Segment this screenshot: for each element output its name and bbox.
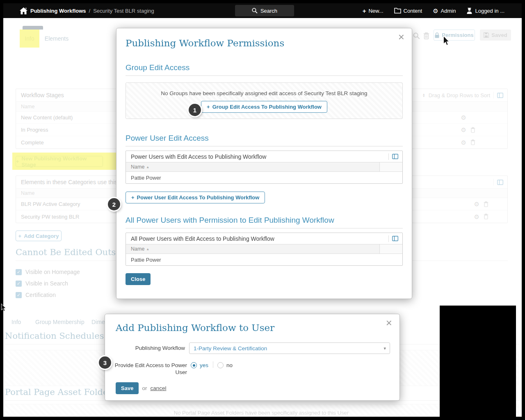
mouse-cursor-secondary <box>1 304 6 312</box>
checkbox-label: Visible in Search <box>25 280 68 287</box>
divider <box>388 235 389 242</box>
power-users-table-header: Power Users with Edit Access to Publishi… <box>126 151 402 162</box>
search-button[interactable]: Search <box>235 5 294 16</box>
page-trash-icon[interactable] <box>423 32 429 39</box>
breadcrumb-workflows[interactable]: Publishing Workflows <box>30 8 86 14</box>
row-gear-icon[interactable]: ⚙ <box>461 127 466 133</box>
saved-label: Saved <box>491 32 507 38</box>
search-icon <box>252 8 258 14</box>
name-column-header[interactable]: Name ▲ <box>126 244 402 254</box>
tab-user-info[interactable]: Info <box>11 315 21 329</box>
step-badge-1: 1 <box>189 104 201 116</box>
drag-sort-icon: ▲▼ <box>422 93 425 97</box>
or-text: or <box>142 385 147 391</box>
workflow-stages-title: Workflow Stages <box>21 92 64 98</box>
add-group-edit-access-button[interactable]: + Group Edit Access To Publishing Workfl… <box>201 101 327 113</box>
step-badge-2: 2 <box>108 198 120 210</box>
plus-icon: + <box>18 233 22 239</box>
workflow-select[interactable]: 1-Party Review & Certification ▾ <box>189 342 390 354</box>
columns-icon[interactable] <box>392 236 398 241</box>
row-gear-icon[interactable]: ⚙ <box>474 214 479 220</box>
workflow-field-label: Publishing Workflow <box>111 345 185 351</box>
sort-asc-icon: ▲ <box>146 165 149 169</box>
access-field-label: Provide Edit Access to Power User <box>113 362 187 376</box>
portal-empty-text: No Portal Page Asset Folders have been s… <box>174 410 349 417</box>
close-icon[interactable]: × <box>398 32 404 42</box>
all-power-users-table: All Power Users with Edit Access to Publ… <box>126 233 403 266</box>
tab-group-membership[interactable]: Group Membership <box>35 315 84 329</box>
close-button[interactable]: Close <box>126 273 151 285</box>
breadcrumb: Publishing Workflows / Security Test BLR… <box>20 3 154 18</box>
highlight-info-tab <box>20 30 39 48</box>
drag-hint-label: Drag & Drop Rows to Sort <box>429 92 490 98</box>
group-edit-access-heading: Group Edit Access <box>126 63 403 76</box>
row-gear-icon[interactable]: ⚙ <box>461 139 466 146</box>
save-floppy-icon <box>484 32 489 38</box>
new-menu-item[interactable]: + New... <box>363 7 383 14</box>
close-icon[interactable]: × <box>386 317 392 328</box>
add-power-user-edit-access-button[interactable]: + Power User Edit Access To Publishing W… <box>126 192 265 203</box>
active-tab-top-strip <box>23 26 43 30</box>
mouse-cursor <box>443 36 450 46</box>
checkbox-row: ✓ Visible on Homepage <box>16 269 80 275</box>
radio-yes[interactable] <box>191 362 197 368</box>
save-button[interactable]: Save <box>116 382 139 394</box>
add-workflow-modal: × Add Publishing Workflow to User Publis… <box>105 314 400 401</box>
columns-icon[interactable] <box>497 93 503 98</box>
top-nav: Publishing Workflows / Security Test BLR… <box>3 3 522 18</box>
step-badge-3: 3 <box>99 356 111 369</box>
workflow-select-value: 1-Party Review & Certification <box>194 345 267 352</box>
all-power-users-table-header: All Power Users with Edit Access to Publ… <box>126 233 402 244</box>
row-trash-icon[interactable] <box>484 214 488 219</box>
modal-title: Add Publishing Workflow to User <box>116 322 274 333</box>
redacted-area <box>440 306 516 417</box>
checkbox-checked[interactable]: ✓ <box>16 281 22 287</box>
row-trash-icon[interactable] <box>470 127 475 133</box>
chevron-down-icon: ▾ <box>383 346 386 351</box>
page-search-icon[interactable] <box>413 32 420 39</box>
permissions-modal: × Publishing Workflow Permissions Group … <box>116 28 412 299</box>
permissions-button[interactable]: Permissions <box>434 30 475 41</box>
row-gear-icon[interactable]: ⚙ <box>461 114 466 121</box>
folder-icon <box>394 8 401 14</box>
checkbox-row: ✓ Certification <box>16 292 56 298</box>
divider <box>213 361 213 368</box>
breadcrumb-separator: / <box>89 8 91 14</box>
screenshot-frame: Publishing Workflows / Security Test BLR… <box>0 0 525 420</box>
checkbox-checked[interactable]: ✓ <box>16 292 22 298</box>
content-menu-item[interactable]: Content <box>394 8 422 14</box>
actions-column-header <box>379 162 402 171</box>
power-users-table: Power Users with Edit Access to Publishi… <box>126 151 403 184</box>
row-trash-icon[interactable] <box>484 201 488 207</box>
radio-no-label[interactable]: no <box>226 362 233 368</box>
checkbox-checked[interactable]: ✓ <box>16 269 22 275</box>
content-menu-label: Content <box>404 8 422 14</box>
modal-title: Publishing Workflow Permissions <box>126 38 403 48</box>
saved-button[interactable]: Saved <box>480 30 511 41</box>
row-trash-icon[interactable] <box>470 139 475 145</box>
cancel-link[interactable]: cancel <box>150 385 166 391</box>
checkbox-row: ✓ Visible in Search <box>16 280 68 287</box>
table-row[interactable]: Pattie Power <box>126 254 402 265</box>
radio-no[interactable] <box>217 362 224 368</box>
notification-schedules-heading: Notification Schedules <box>5 331 104 341</box>
logged-in-menu-item[interactable]: Logged in ... <box>466 8 504 14</box>
user-icon <box>466 8 472 14</box>
name-column-header[interactable]: Name ▲ <box>126 162 402 172</box>
add-category-button[interactable]: + Add Category <box>16 231 62 241</box>
tab-elements[interactable]: Elements <box>42 30 71 48</box>
columns-icon[interactable] <box>497 180 503 185</box>
radio-yes-label[interactable]: yes <box>200 362 208 368</box>
plus-icon: + <box>363 7 366 14</box>
logged-in-label: Logged in ... <box>475 8 504 14</box>
highlight-new-stage-button <box>12 153 116 170</box>
group-access-empty-text: No Groups have been specifically assigne… <box>126 90 402 96</box>
plus-icon: + <box>207 104 210 110</box>
admin-menu-item[interactable]: ⚙ Admin <box>433 8 456 14</box>
divider <box>493 179 494 185</box>
gear-icon: ⚙ <box>433 8 438 14</box>
columns-icon[interactable] <box>392 154 398 159</box>
row-gear-icon[interactable]: ⚙ <box>474 201 479 207</box>
home-icon[interactable] <box>20 7 27 14</box>
table-row[interactable]: Pattie Power <box>126 172 402 183</box>
